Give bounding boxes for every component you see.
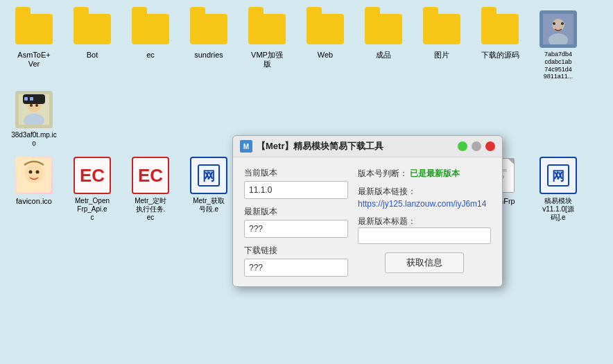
latest-version-field: 最新版本	[244, 206, 348, 238]
icon-label-finished: 成品	[376, 51, 391, 60]
icon-label-Metr-timer: Metr_定时执行任务.ec	[135, 197, 166, 222]
maximize-button[interactable]	[472, 141, 481, 151]
svg-text:网: 网	[552, 169, 564, 183]
icon-Metr-get[interactable]: 网 Metr_获取号段.e	[182, 153, 236, 225]
svg-point-12	[35, 104, 38, 107]
latest-link-value: https://jy125.lanzouw.com/iyJ6m14	[358, 199, 486, 209]
dialog-body: 当前版本 最新版本 下载链接 版本号判断： 已是最新版本 最新版本链接： htt…	[233, 157, 502, 286]
icon-ec[interactable]: ec	[123, 7, 178, 83]
icon-pictures[interactable]: 图片	[415, 7, 469, 83]
ec-icon-1: EC	[74, 157, 111, 194]
dialog-title-text: 【Metr】精易模块简易下载工具	[257, 140, 454, 153]
version-check-value: 已是最新版本	[410, 168, 460, 178]
titlebar-buttons	[458, 141, 495, 151]
blue-border-icon-1: 网	[190, 157, 227, 194]
current-version-label: 当前版本	[244, 167, 348, 179]
icon-dl-source[interactable]: 下载的源码	[473, 7, 527, 83]
icon-VMP[interactable]: VMP加强版	[240, 7, 294, 83]
icon-label-7aba7db4: 7aba7db4cdabc1ab74c951d49811a11...	[544, 51, 573, 80]
dialog-left-panel: 当前版本 最新版本 下载链接	[244, 167, 348, 277]
icon-Bot[interactable]: Bot	[65, 7, 119, 83]
icon-sundries[interactable]: sundries	[182, 7, 236, 83]
icon-easy-module[interactable]: 网 稿易模块v11.1.0[源码].e	[531, 153, 585, 225]
icon-38d3af0t[interactable]: 38d3af0t.mp.ico	[7, 87, 61, 150]
version-check-status: 版本号判断： 已是最新版本	[358, 167, 491, 180]
svg-rect-9	[30, 97, 33, 101]
ec-icon-2: EC	[132, 157, 169, 194]
minimize-button[interactable]	[458, 141, 467, 151]
icon-label-AsmToE: AsmToE+Ver	[17, 51, 50, 69]
icon-7aba7db4[interactable]: 7aba7db4cdabc1ab74c951d49811a11...	[531, 7, 585, 83]
current-version-field: 当前版本	[244, 167, 348, 199]
download-link-field: 下载链接	[244, 245, 348, 277]
icon-Metr-timer[interactable]: EC Metr_定时执行任务.ec	[123, 153, 178, 225]
icon-favicon[interactable]: favicon.ico	[7, 153, 61, 225]
version-check-label: 版本号判断：	[358, 168, 408, 178]
dialog-titlebar: M 【Metr】精易模块简易下载工具	[233, 136, 502, 157]
svg-text:网: 网	[202, 169, 215, 183]
icon-label-dl-source: 下载的源码	[481, 51, 519, 60]
latest-link-label: 最新版本链接：	[358, 187, 416, 196]
svg-point-4	[561, 22, 564, 25]
dialog-window: M 【Metr】精易模块简易下载工具 当前版本 最新版本 下载链接	[232, 135, 503, 287]
svg-rect-8	[24, 97, 28, 101]
dialog-title-icon: M	[240, 140, 252, 153]
icon-Web[interactable]: Web	[298, 7, 352, 83]
latest-title-row: 最新版本标题：	[358, 216, 491, 244]
icon-label-sundries: sundries	[194, 51, 223, 60]
svg-point-1	[552, 19, 564, 31]
icon-label-Metr-OpenFrp-Api: Metr_OpenFrp_Api.ec	[75, 197, 110, 222]
download-link-input[interactable]	[244, 259, 348, 277]
icon-Metr-OpenFrp-Api[interactable]: EC Metr_OpenFrp_Api.ec	[65, 153, 119, 225]
svg-point-14	[24, 164, 44, 183]
icon-AsmToE[interactable]: AsmToE+Ver	[7, 7, 61, 83]
svg-point-15	[29, 171, 33, 174]
icon-label-Metr-get: Metr_获取号段.e	[193, 197, 225, 214]
svg-point-3	[553, 22, 555, 25]
blue-border-icon-2: 网	[539, 157, 577, 194]
dialog-right-panel: 版本号判断： 已是最新版本 最新版本链接： https://jy125.lanz…	[358, 167, 491, 277]
latest-title-input[interactable]	[358, 227, 491, 244]
latest-link-status: 最新版本链接： https://jy125.lanzouw.com/iyJ6m1…	[358, 185, 491, 210]
icon-label-pictures: 图片	[434, 51, 449, 60]
svg-point-11	[30, 104, 33, 107]
latest-title-label: 最新版本标题：	[358, 216, 491, 227]
icon-label-favicon: favicon.ico	[16, 197, 52, 206]
icon-finished[interactable]: 成品	[356, 7, 411, 83]
fetch-info-button[interactable]: 获取信息	[385, 252, 464, 273]
close-button[interactable]	[485, 141, 495, 151]
latest-version-input[interactable]	[244, 220, 348, 238]
icon-label-Web: Web	[318, 51, 333, 60]
icon-label-VMP: VMP加强版	[251, 51, 283, 69]
icon-label-ec: ec	[146, 51, 155, 60]
svg-point-16	[36, 171, 40, 174]
icon-label-38d3af0t: 38d3af0t.mp.ico	[10, 131, 58, 148]
latest-version-label: 最新版本	[244, 206, 348, 218]
download-link-label: 下载链接	[244, 245, 348, 257]
icon-label-Bot: Bot	[87, 51, 98, 60]
current-version-input[interactable]	[244, 181, 348, 199]
icon-label-easy-module: 稿易模块v11.1.0[源码].e	[542, 197, 574, 222]
desktop-row-1: AsmToE+Ver Bot ec sundries VMP加强版	[7, 7, 606, 150]
